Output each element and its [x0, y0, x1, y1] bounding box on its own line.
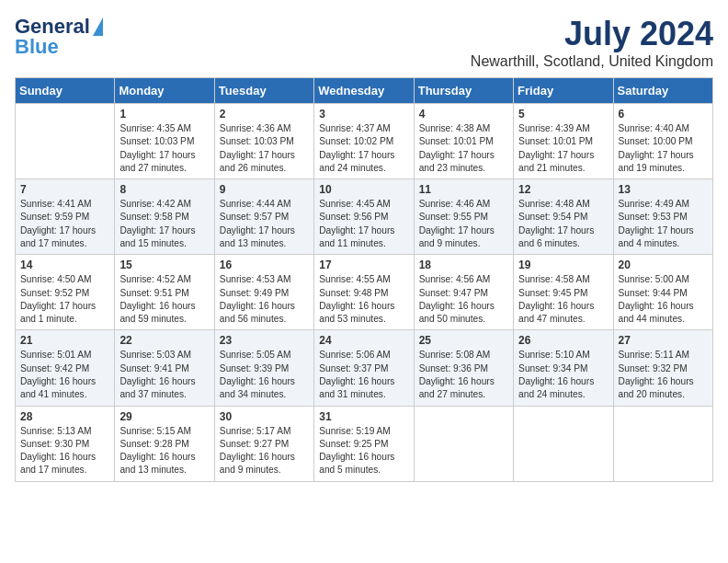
calendar-week-row: 1Sunrise: 4:35 AM Sunset: 10:03 PM Dayli… [16, 104, 713, 179]
calendar-header-friday: Friday [514, 78, 613, 104]
calendar-cell [16, 104, 115, 179]
cell-content: Sunrise: 5:10 AM Sunset: 9:34 PM Dayligh… [518, 349, 608, 401]
calendar-cell [414, 406, 513, 481]
cell-content: Sunrise: 4:35 AM Sunset: 10:03 PM Daylig… [119, 122, 209, 175]
day-number: 13 [619, 183, 708, 196]
calendar-header-tuesday: Tuesday [214, 78, 313, 104]
day-number: 5 [518, 108, 608, 121]
day-number: 29 [119, 410, 209, 423]
day-number: 24 [319, 334, 408, 347]
calendar-header-thursday: Thursday [414, 78, 513, 104]
calendar-cell: 21Sunrise: 5:01 AM Sunset: 9:42 PM Dayli… [16, 330, 115, 406]
cell-content: Sunrise: 5:15 AM Sunset: 9:28 PM Dayligh… [119, 425, 209, 477]
cell-content: Sunrise: 4:42 AM Sunset: 9:58 PM Dayligh… [119, 198, 209, 250]
day-number: 23 [220, 334, 309, 347]
cell-content: Sunrise: 4:52 AM Sunset: 9:51 PM Dayligh… [119, 273, 209, 326]
calendar-header-monday: Monday [115, 78, 214, 104]
cell-content: Sunrise: 4:37 AM Sunset: 10:02 PM Daylig… [319, 122, 408, 175]
day-number: 27 [619, 334, 708, 347]
day-number: 14 [20, 259, 109, 271]
calendar-cell: 28Sunrise: 5:13 AM Sunset: 9:30 PM Dayli… [16, 406, 115, 481]
day-number: 16 [220, 259, 309, 271]
cell-content: Sunrise: 5:13 AM Sunset: 9:30 PM Dayligh… [20, 425, 109, 477]
calendar-cell: 23Sunrise: 5:05 AM Sunset: 9:39 PM Dayli… [214, 330, 313, 406]
calendar-cell: 14Sunrise: 4:50 AM Sunset: 9:52 PM Dayli… [16, 255, 115, 330]
cell-content: Sunrise: 4:44 AM Sunset: 9:57 PM Dayligh… [220, 198, 309, 250]
calendar-header-saturday: Saturday [613, 78, 712, 104]
cell-content: Sunrise: 4:50 AM Sunset: 9:52 PM Dayligh… [20, 273, 109, 326]
page-header: General Blue July 2024 Newarthill, Scotl… [15, 15, 713, 70]
calendar-cell: 30Sunrise: 5:17 AM Sunset: 9:27 PM Dayli… [214, 406, 313, 481]
cell-content: Sunrise: 5:00 AM Sunset: 9:44 PM Dayligh… [619, 273, 708, 326]
calendar-cell: 7Sunrise: 4:41 AM Sunset: 9:59 PM Daylig… [16, 179, 115, 255]
cell-content: Sunrise: 4:45 AM Sunset: 9:56 PM Dayligh… [319, 198, 408, 250]
day-number: 21 [20, 334, 109, 347]
cell-content: Sunrise: 5:11 AM Sunset: 9:32 PM Dayligh… [619, 349, 708, 401]
calendar-cell: 15Sunrise: 4:52 AM Sunset: 9:51 PM Dayli… [115, 255, 214, 330]
day-number: 31 [319, 410, 408, 423]
cell-content: Sunrise: 5:08 AM Sunset: 9:36 PM Dayligh… [419, 349, 508, 401]
day-number: 3 [319, 108, 408, 121]
cell-content: Sunrise: 5:03 AM Sunset: 9:41 PM Dayligh… [119, 349, 209, 401]
day-number: 11 [419, 183, 508, 196]
day-number: 20 [619, 259, 708, 271]
calendar-cell: 24Sunrise: 5:06 AM Sunset: 9:37 PM Dayli… [314, 330, 414, 406]
cell-content: Sunrise: 4:46 AM Sunset: 9:55 PM Dayligh… [419, 198, 508, 250]
calendar-cell: 18Sunrise: 4:56 AM Sunset: 9:47 PM Dayli… [414, 255, 513, 330]
calendar-cell: 31Sunrise: 5:19 AM Sunset: 9:25 PM Dayli… [314, 406, 414, 481]
calendar-table: SundayMondayTuesdayWednesdayThursdayFrid… [15, 77, 713, 482]
cell-content: Sunrise: 4:55 AM Sunset: 9:48 PM Dayligh… [319, 273, 408, 326]
day-number: 28 [20, 410, 109, 423]
calendar-cell: 9Sunrise: 4:44 AM Sunset: 9:57 PM Daylig… [214, 179, 313, 255]
day-number: 9 [220, 183, 309, 196]
cell-content: Sunrise: 4:40 AM Sunset: 10:00 PM Daylig… [619, 122, 708, 175]
day-number: 10 [319, 183, 408, 196]
calendar-cell: 13Sunrise: 4:49 AM Sunset: 9:53 PM Dayli… [613, 179, 712, 255]
logo: General Blue [15, 15, 103, 59]
calendar-week-row: 14Sunrise: 4:50 AM Sunset: 9:52 PM Dayli… [16, 255, 713, 330]
day-number: 22 [119, 334, 209, 347]
calendar-cell: 27Sunrise: 5:11 AM Sunset: 9:32 PM Dayli… [613, 330, 712, 406]
cell-content: Sunrise: 4:56 AM Sunset: 9:47 PM Dayligh… [419, 273, 508, 326]
calendar-cell: 19Sunrise: 4:58 AM Sunset: 9:45 PM Dayli… [514, 255, 613, 330]
day-number: 7 [20, 183, 109, 196]
title-block: July 2024 Newarthill, Scotland, United K… [471, 15, 713, 70]
day-number: 6 [619, 108, 708, 121]
day-number: 25 [419, 334, 508, 347]
calendar-cell: 22Sunrise: 5:03 AM Sunset: 9:41 PM Dayli… [115, 330, 214, 406]
calendar-cell: 26Sunrise: 5:10 AM Sunset: 9:34 PM Dayli… [514, 330, 613, 406]
calendar-week-row: 21Sunrise: 5:01 AM Sunset: 9:42 PM Dayli… [16, 330, 713, 406]
calendar-cell: 1Sunrise: 4:35 AM Sunset: 10:03 PM Dayli… [115, 104, 214, 179]
cell-content: Sunrise: 5:17 AM Sunset: 9:27 PM Dayligh… [220, 425, 309, 477]
calendar-header-wednesday: Wednesday [314, 78, 414, 104]
calendar-week-row: 7Sunrise: 4:41 AM Sunset: 9:59 PM Daylig… [16, 179, 713, 255]
calendar-cell: 25Sunrise: 5:08 AM Sunset: 9:36 PM Dayli… [414, 330, 513, 406]
cell-content: Sunrise: 4:49 AM Sunset: 9:53 PM Dayligh… [619, 198, 708, 250]
calendar-cell: 17Sunrise: 4:55 AM Sunset: 9:48 PM Dayli… [314, 255, 414, 330]
calendar-cell: 12Sunrise: 4:48 AM Sunset: 9:54 PM Dayli… [514, 179, 613, 255]
subtitle: Newarthill, Scotland, United Kingdom [471, 53, 713, 70]
cell-content: Sunrise: 4:53 AM Sunset: 9:49 PM Dayligh… [220, 273, 309, 326]
day-number: 19 [518, 259, 608, 271]
calendar-cell: 6Sunrise: 4:40 AM Sunset: 10:00 PM Dayli… [613, 104, 712, 179]
calendar-cell: 20Sunrise: 5:00 AM Sunset: 9:44 PM Dayli… [613, 255, 712, 330]
day-number: 1 [119, 108, 209, 121]
day-number: 30 [220, 410, 309, 423]
logo-blue-text: Blue [15, 35, 59, 59]
calendar-header-sunday: Sunday [16, 78, 115, 104]
day-number: 15 [119, 259, 209, 271]
cell-content: Sunrise: 5:19 AM Sunset: 9:25 PM Dayligh… [319, 425, 408, 477]
calendar-cell: 16Sunrise: 4:53 AM Sunset: 9:49 PM Dayli… [214, 255, 313, 330]
cell-content: Sunrise: 4:38 AM Sunset: 10:01 PM Daylig… [419, 122, 508, 175]
day-number: 26 [518, 334, 608, 347]
cell-content: Sunrise: 5:05 AM Sunset: 9:39 PM Dayligh… [220, 349, 309, 401]
calendar-cell: 2Sunrise: 4:36 AM Sunset: 10:03 PM Dayli… [214, 104, 313, 179]
cell-content: Sunrise: 4:48 AM Sunset: 9:54 PM Dayligh… [518, 198, 608, 250]
cell-content: Sunrise: 4:41 AM Sunset: 9:59 PM Dayligh… [20, 198, 109, 250]
logo-triangle-icon [93, 17, 103, 36]
calendar-cell: 4Sunrise: 4:38 AM Sunset: 10:01 PM Dayli… [414, 104, 513, 179]
day-number: 12 [518, 183, 608, 196]
cell-content: Sunrise: 4:36 AM Sunset: 10:03 PM Daylig… [220, 122, 309, 175]
cell-content: Sunrise: 5:01 AM Sunset: 9:42 PM Dayligh… [20, 349, 109, 401]
day-number: 2 [220, 108, 309, 121]
